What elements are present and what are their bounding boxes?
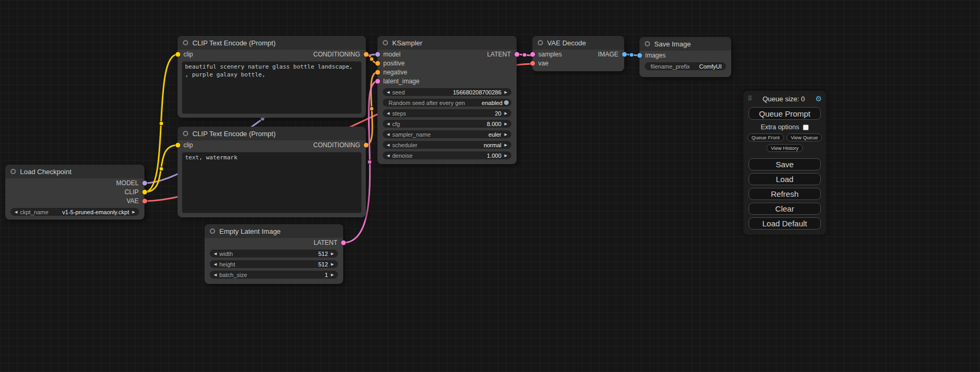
toggle-knob-icon[interactable]	[504, 100, 509, 105]
output-label-clip: CLIP	[124, 188, 139, 196]
widget-ckpt-name[interactable]: ◀ ckpt_name v1-5-pruned-emaonly.ckpt ▶	[11, 208, 139, 216]
output-slot-model[interactable]	[142, 180, 147, 185]
widget-cfg[interactable]: ◀ cfg 8.000 ▶	[383, 120, 511, 128]
view-history-button[interactable]: View History	[766, 144, 803, 152]
decrement-arrow-icon[interactable]: ◀	[385, 122, 391, 126]
drag-handle-icon[interactable]: ⠿	[748, 95, 752, 102]
load-default-button[interactable]: Load Default	[749, 217, 821, 230]
input-slot-clip[interactable]	[176, 143, 180, 148]
widget-denoise[interactable]: ◀ denoise 1.000 ▶	[383, 151, 511, 159]
refresh-button[interactable]: Refresh	[749, 188, 821, 200]
node-clip-text-encode-negative[interactable]: CLIP Text Encode (Prompt) clip CONDITION…	[178, 127, 366, 217]
widget-value: normal	[483, 142, 501, 148]
view-queue-button[interactable]: View Queue	[787, 133, 822, 141]
input-slot-clip[interactable]	[176, 52, 180, 57]
increment-arrow-icon[interactable]: ▶	[503, 122, 509, 126]
decrement-arrow-icon[interactable]: ◀	[212, 262, 218, 266]
graph-canvas[interactable]: Load Checkpoint MODEL CLIP VAE ◀ ckpt_na…	[0, 0, 980, 372]
widget-scheduler[interactable]: ◀ scheduler normal ▶	[383, 141, 511, 149]
increment-arrow-icon[interactable]: ▶	[329, 273, 335, 277]
decrement-arrow-icon[interactable]: ◀	[385, 143, 391, 147]
settings-gear-icon[interactable]: ⚙	[815, 94, 822, 103]
input-label-vae: vae	[538, 60, 548, 67]
widget-value: 156680208700286	[453, 89, 501, 96]
output-label-latent: LATENT	[314, 239, 337, 246]
widget-filename-prefix[interactable]: filename_prefix ComfyUI	[645, 62, 726, 70]
output-slot-latent[interactable]	[515, 52, 519, 56]
positive-prompt-textarea[interactable]: beautiful scenery nature glass bottle la…	[182, 61, 362, 114]
queue-prompt-button[interactable]: Queue Prompt	[749, 107, 821, 120]
clear-button[interactable]: Clear	[749, 203, 821, 215]
output-slot-vae[interactable]	[142, 198, 147, 203]
load-button[interactable]: Load	[749, 173, 821, 185]
queue-front-button[interactable]: Queue Front	[748, 133, 784, 141]
input-slot-latent-image[interactable]	[375, 79, 380, 83]
decrement-arrow-icon[interactable]: ◀	[212, 252, 218, 256]
node-title-bar[interactable]: CLIP Text Encode (Prompt)	[178, 36, 366, 50]
output-slot-conditioning[interactable]	[364, 52, 368, 57]
input-label-latent-image: latent_image	[383, 78, 420, 85]
collapse-dot-icon[interactable]	[183, 131, 188, 136]
link-midpoint-dot	[367, 160, 372, 164]
input-label-negative: negative	[383, 69, 407, 76]
increment-arrow-icon[interactable]: ▶	[503, 154, 509, 158]
node-title-bar[interactable]: Load Checkpoint	[5, 165, 144, 178]
widget-batch-size[interactable]: ◀ batch_size 1 ▶	[210, 271, 338, 279]
input-slot-positive[interactable]	[375, 61, 380, 65]
collapse-dot-icon[interactable]	[210, 228, 215, 234]
input-slot-vae[interactable]	[530, 61, 535, 65]
widget-random-seed-toggle[interactable]: Random seed after every gen enabled	[383, 99, 511, 107]
node-title-bar[interactable]: CLIP Text Encode (Prompt)	[178, 127, 366, 140]
input-slot-samples[interactable]	[530, 52, 535, 56]
collapse-dot-icon[interactable]	[645, 41, 650, 46]
widget-value: 512	[318, 261, 328, 268]
increment-arrow-icon[interactable]: ▶	[329, 262, 335, 266]
increment-arrow-icon[interactable]: ▶	[503, 111, 509, 116]
decrement-arrow-icon[interactable]: ◀	[385, 132, 391, 137]
node-title-bar[interactable]: Empty Latent Image	[205, 224, 343, 238]
widget-height[interactable]: ◀ height 512 ▶	[210, 260, 338, 268]
decrement-arrow-icon[interactable]: ◀	[385, 90, 391, 94]
collapse-dot-icon[interactable]	[183, 40, 188, 45]
node-title-text: KSampler	[392, 39, 422, 47]
widget-name: batch_size	[219, 272, 247, 278]
decrement-arrow-icon[interactable]: ◀	[385, 154, 391, 158]
input-slot-negative[interactable]	[375, 70, 380, 74]
widget-value: 512	[318, 251, 328, 257]
node-title-bar[interactable]: VAE Decode	[532, 36, 624, 50]
output-label-conditioning: CONDITIONING	[313, 51, 360, 58]
output-slot-conditioning[interactable]	[364, 143, 368, 148]
input-slot-images[interactable]	[637, 53, 642, 58]
increment-arrow-icon[interactable]: ▶	[503, 143, 509, 147]
negative-prompt-textarea[interactable]: text, watermark	[182, 152, 362, 213]
decrement-arrow-icon[interactable]: ◀	[212, 273, 218, 277]
node-save-image[interactable]: Save Image images filename_prefix ComfyU…	[639, 37, 731, 77]
widget-width[interactable]: ◀ width 512 ▶	[210, 250, 338, 257]
node-title-bar[interactable]: Save Image	[639, 37, 731, 51]
output-slot-image[interactable]	[622, 52, 627, 56]
node-empty-latent-image[interactable]: Empty Latent Image LATENT ◀ width 512 ▶ …	[205, 224, 343, 284]
output-slot-latent[interactable]	[341, 240, 346, 245]
node-clip-text-encode-positive[interactable]: CLIP Text Encode (Prompt) clip CONDITION…	[178, 36, 366, 118]
node-vae-decode[interactable]: VAE Decode samples IMAGE vae	[532, 36, 624, 71]
save-button[interactable]: Save	[749, 158, 821, 170]
link-midpoint-dot	[159, 167, 163, 171]
increment-arrow-icon[interactable]: ▶	[503, 132, 509, 137]
node-load-checkpoint[interactable]: Load Checkpoint MODEL CLIP VAE ◀ ckpt_na…	[5, 165, 144, 220]
increment-arrow-icon[interactable]: ▶	[131, 210, 137, 214]
widget-sampler-name[interactable]: ◀ sampler_name euler ▶	[383, 130, 511, 138]
output-slot-clip[interactable]	[142, 189, 147, 194]
collapse-dot-icon[interactable]	[538, 40, 543, 45]
decrement-arrow-icon[interactable]: ◀	[13, 210, 19, 214]
collapse-dot-icon[interactable]	[11, 169, 16, 174]
increment-arrow-icon[interactable]: ▶	[329, 252, 335, 256]
widget-seed[interactable]: ◀ seed 156680208700286 ▶	[383, 88, 511, 96]
node-ksampler[interactable]: KSampler model LATENT positive negative …	[377, 36, 517, 164]
node-title-bar[interactable]: KSampler	[377, 36, 517, 50]
increment-arrow-icon[interactable]: ▶	[503, 90, 509, 94]
widget-steps[interactable]: ◀ steps 20 ▶	[383, 109, 511, 117]
decrement-arrow-icon[interactable]: ◀	[385, 111, 391, 116]
input-slot-model[interactable]	[375, 52, 380, 56]
extra-options-checkbox[interactable]	[803, 125, 809, 130]
collapse-dot-icon[interactable]	[383, 40, 388, 45]
